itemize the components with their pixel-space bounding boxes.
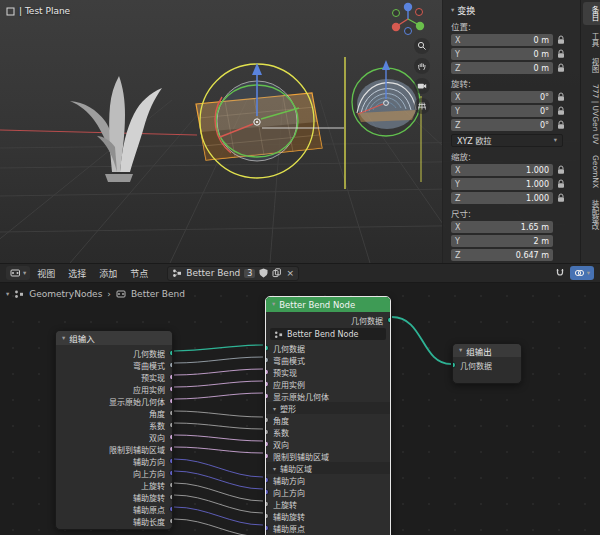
socket-row[interactable]: 预实现 <box>56 371 172 383</box>
scale-y-field[interactable]: Y1.000 <box>451 178 553 190</box>
unlink-icon[interactable]: × <box>286 268 294 278</box>
node-canvas[interactable]: ▾ GeometryNodes › Better Bend ▾ 组输入 几何数据… <box>0 283 600 535</box>
node-tree-selector[interactable]: Better Bend 3 × <box>167 266 299 281</box>
socket-row[interactable]: 限制到辅助区域 <box>56 443 172 455</box>
menu-add[interactable]: 添加 <box>93 265 123 282</box>
socket-row[interactable]: 弯曲模式 <box>266 354 390 366</box>
input-socket[interactable] <box>265 513 269 520</box>
socket-row[interactable]: 几何数据 <box>56 347 172 359</box>
input-socket[interactable] <box>265 357 269 364</box>
input-socket[interactable] <box>265 453 269 460</box>
output-socket[interactable] <box>169 386 173 393</box>
group-output-node[interactable]: ▾ 组输出 几何数据 <box>452 343 522 384</box>
group-output-header[interactable]: ▾ 组输出 <box>453 344 521 357</box>
input-socket[interactable] <box>452 362 456 369</box>
input-socket[interactable] <box>265 489 269 496</box>
input-socket[interactable] <box>265 441 269 448</box>
socket-row[interactable]: 向上方向 <box>266 486 390 498</box>
input-socket[interactable] <box>265 429 269 436</box>
sidebar-tab-view[interactable]: 视图 <box>583 54 600 77</box>
lock-icon[interactable] <box>557 179 566 189</box>
lock-icon[interactable] <box>557 120 566 130</box>
sidebar-tab-addon[interactable]: 装配整改 <box>583 196 600 234</box>
scale-z-field[interactable]: Z1.000 <box>451 192 553 204</box>
rotation-mode-dropdown[interactable]: XYZ 欧拉 ▾ <box>451 134 563 147</box>
socket-row[interactable]: 辅助长度 <box>56 515 172 527</box>
rotation-z-field[interactable]: Z0° <box>451 119 553 131</box>
output-socket[interactable] <box>169 446 173 453</box>
bent-mesh-object[interactable] <box>357 79 417 129</box>
socket-row[interactable]: 上旋转 <box>56 479 172 491</box>
rotation-y-field[interactable]: Y0° <box>451 105 553 117</box>
scale-x-field[interactable]: X1.000 <box>451 164 553 176</box>
lock-icon[interactable] <box>557 92 566 102</box>
sidebar-tab-item[interactable]: 条目 <box>583 2 600 25</box>
socket-row[interactable]: 显示原始几何体 <box>266 390 390 402</box>
group-input-node[interactable]: ▾ 组输入 几何数据 弯曲模式 预实现 应用实例 显示原始几何体 角度 系数 双… <box>55 330 173 530</box>
lock-icon[interactable] <box>557 193 566 203</box>
better-bend-header[interactable]: ▾ Better Bend Node <box>266 297 390 312</box>
output-socket[interactable] <box>169 458 173 465</box>
socket-row[interactable]: 限制到辅助区域 <box>266 450 390 462</box>
transform-panel-header[interactable]: ▾ 变换 <box>451 4 576 17</box>
sidebar-tab-tool[interactable]: 工具 <box>583 28 600 51</box>
output-socket[interactable] <box>169 410 173 417</box>
socket-row[interactable]: 几何数据 <box>266 342 390 354</box>
socket-row[interactable]: 弯曲模式 <box>56 359 172 371</box>
socket-row[interactable]: 双向 <box>56 431 172 443</box>
socket-row[interactable]: 辅助旋转 <box>266 510 390 522</box>
position-y-field[interactable]: Y0 m <box>451 48 553 60</box>
sidebar-tab-uvgen[interactable]: 777 | UVGen UV <box>583 80 600 148</box>
socket-row[interactable]: 向上方向 <box>56 467 172 479</box>
socket-row[interactable]: 角度 <box>266 414 390 426</box>
input-socket[interactable] <box>265 381 269 388</box>
zoom-button[interactable] <box>414 38 430 54</box>
editor-type-dropdown[interactable]: ▾ <box>6 266 30 280</box>
menu-node[interactable]: 节点 <box>124 265 154 282</box>
input-socket[interactable] <box>265 393 269 400</box>
socket-row-output[interactable]: 几何数据 <box>266 314 390 326</box>
output-socket[interactable] <box>169 422 173 429</box>
projection-toggle-button[interactable] <box>414 98 430 114</box>
socket-row[interactable]: 几何数据 <box>453 359 521 371</box>
chevron-down-icon[interactable]: ▾ <box>6 291 9 298</box>
breadcrumb-current[interactable]: Better Bend <box>131 289 185 299</box>
socket-row[interactable]: 辅助原点 <box>266 522 390 534</box>
users-count-badge[interactable]: 3 <box>244 269 255 278</box>
overlays-toggle-button[interactable]: ▾ <box>570 266 594 280</box>
dimensions-z-field[interactable]: Z0.647 m <box>451 249 553 261</box>
socket-row[interactable]: 辅助方向 <box>266 474 390 486</box>
lock-icon[interactable] <box>557 165 566 175</box>
move-view-button[interactable] <box>414 58 430 74</box>
socket-row[interactable]: 应用实例 <box>56 383 172 395</box>
lock-icon[interactable] <box>557 35 566 45</box>
socket-row[interactable]: 双向 <box>266 438 390 450</box>
menu-view[interactable]: 视图 <box>31 265 61 282</box>
output-socket[interactable] <box>169 374 173 381</box>
position-z-field[interactable]: Z0 m <box>451 62 553 74</box>
lock-icon[interactable] <box>557 49 566 59</box>
fake-user-shield-icon[interactable] <box>259 268 268 278</box>
position-x-field[interactable]: X0 m <box>451 34 553 46</box>
socket-row[interactable]: 角度 <box>56 407 172 419</box>
output-socket[interactable] <box>169 482 173 489</box>
sidebar-tab-geomnx[interactable]: GeomNX <box>583 151 600 192</box>
socket-row[interactable]: 系数 <box>266 426 390 438</box>
panel-row[interactable]: 塑形 <box>266 402 390 414</box>
output-socket[interactable] <box>169 518 173 525</box>
output-socket[interactable] <box>169 350 173 357</box>
better-bend-node[interactable]: ▾ Better Bend Node 几何数据 Better Bend Node… <box>265 296 391 535</box>
input-socket[interactable] <box>265 501 269 508</box>
output-socket[interactable] <box>169 434 173 441</box>
socket-row[interactable]: 系数 <box>56 419 172 431</box>
input-socket[interactable] <box>265 345 269 352</box>
socket-row[interactable]: 辅助原点 <box>56 503 172 515</box>
input-socket[interactable] <box>265 477 269 484</box>
camera-view-button[interactable] <box>414 78 430 94</box>
socket-row[interactable]: 上旋转 <box>266 498 390 510</box>
output-socket[interactable] <box>169 470 173 477</box>
dimensions-y-field[interactable]: Y2 m <box>451 235 553 247</box>
group-input-header[interactable]: ▾ 组输入 <box>56 331 172 345</box>
dimensions-x-field[interactable]: X1.65 m <box>451 221 553 233</box>
node-group-name-field[interactable]: Better Bend Node <box>270 328 386 340</box>
